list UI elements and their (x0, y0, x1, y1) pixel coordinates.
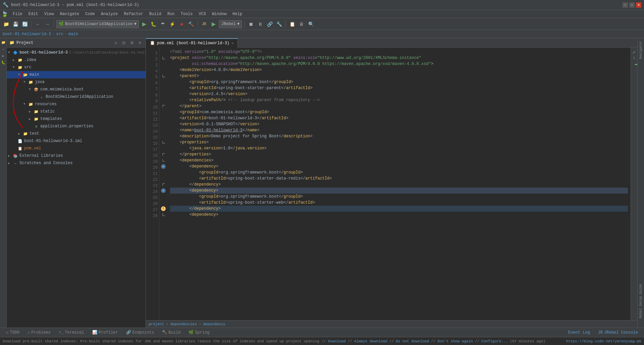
menu-item-refactor[interactable]: Refactor (121, 11, 146, 17)
tab-build[interactable]: 🔨Build (159, 329, 184, 336)
maximize-button[interactable]: □ (629, 2, 635, 8)
forward-button[interactable]: → (43, 20, 51, 28)
notif-download[interactable]: Download (328, 339, 346, 343)
menu-item-edit[interactable]: Edit (26, 11, 41, 17)
tree-item-idea[interactable]: ▶ 📁 .idea (7, 56, 146, 64)
tab-spring[interactable]: 🌿Spring (185, 329, 213, 336)
run-config-dropdown[interactable]: 🌿 Boot01Helloworld3Application ▼ (56, 20, 139, 28)
tab-endpoints[interactable]: 🔗Endpoints (123, 329, 158, 336)
project-close[interactable]: ✕ (137, 40, 143, 46)
tree-item-ext-libs[interactable]: ▶ 📚 External Libraries (7, 152, 146, 159)
code-content[interactable]: <?xml version="1.0" encoding="UTF-8"?> <… (167, 48, 631, 320)
save-button[interactable]: 💾 (11, 20, 19, 28)
gutter-line-20[interactable]: ↩ (159, 163, 167, 169)
build-button[interactable]: 🔨 (187, 20, 195, 28)
debug-side-icon[interactable]: 🐛 (0, 60, 6, 66)
coverage-button[interactable]: ☂ (159, 20, 167, 28)
notif-always[interactable]: Always download (354, 339, 387, 343)
tab-problems[interactable]: ⚠Problems (24, 329, 54, 336)
editor-breadcrumb-project[interactable]: project (149, 322, 164, 326)
search-everywhere[interactable]: 🔍 (307, 20, 315, 28)
tab-pom-xml[interactable]: 📋 pom.xml (boot-01-helloworld-3) ✕ (146, 38, 238, 48)
editor-breadcrumb-dependency[interactable]: dependency (203, 322, 225, 326)
tree-item-root[interactable]: ▼ 🔷 boot-01-helloworld-3 C:\Users\32120\… (7, 49, 146, 56)
tree-item-scratches[interactable]: ▶ ✏ Scratches and Consoles (7, 159, 146, 167)
menu-item-code[interactable]: Code (83, 11, 98, 17)
tree-item-test[interactable]: ▶ 📁 test (7, 130, 146, 137)
tree-item-src[interactable]: ▼ 📁 src (7, 64, 146, 71)
profile-button[interactable]: ⚡ (168, 20, 176, 28)
breadcrumb-item-2[interactable]: src (56, 32, 63, 37)
tab-terminal[interactable]: >_Terminal (55, 330, 88, 336)
breadcrumb-item-3[interactable]: main (68, 32, 78, 37)
tab-jrebel-console[interactable]: JRJRebel Console (595, 330, 641, 336)
menu-item-file[interactable]: File (10, 11, 25, 17)
terminal-button[interactable]: 🖥 (298, 20, 306, 28)
jrebel-remote[interactable]: 🔗 (266, 20, 274, 28)
menu-item-vcs[interactable]: VCS (196, 11, 209, 17)
open-button[interactable]: 📁 (2, 20, 10, 28)
tab-event-log[interactable]: Event Log (565, 330, 593, 336)
breadcrumb-item-1[interactable]: boot-01-helloworld-3 (3, 32, 51, 37)
gutter-line-27-warning[interactable]: ! (159, 206, 167, 212)
tree-item-main-class[interactable]: ▶ ☕ Boot01Helloworld3Application (7, 93, 146, 100)
tree-item-package[interactable]: ▼ 📦 com.meimeixia.boot (7, 86, 146, 93)
tab-profiler[interactable]: 📊Profiler (89, 329, 121, 336)
notif-dont-show[interactable]: Don't show again (437, 339, 473, 343)
run-icon[interactable]: ▶ (0, 53, 6, 59)
code-line-18: </properties> (170, 151, 628, 157)
code-line-20: <dependency> (170, 163, 628, 169)
stop-button[interactable]: ■ (178, 20, 186, 28)
jrebel-run[interactable]: ▶ (210, 20, 218, 28)
menu-item-tools[interactable]: Tools (178, 11, 196, 17)
navigator-tab[interactable]: Navigator (638, 38, 644, 62)
menu-item-run[interactable]: Run (165, 11, 177, 17)
code-line-16: <properties> (170, 139, 628, 145)
code-line-7: <artifactId>spring-boot-starter-parent</… (170, 85, 628, 91)
menu-item-window[interactable]: Window (209, 11, 229, 17)
menu-item-build[interactable]: Build (147, 11, 164, 17)
gutter-line-24[interactable]: ↩ (159, 188, 167, 194)
jrebel-tools[interactable]: 🔧 (275, 20, 283, 28)
back-button[interactable]: ← (34, 20, 42, 28)
jrebel-stop[interactable]: ⏹ (247, 20, 255, 28)
minimize-button[interactable]: ─ (623, 2, 628, 8)
close-button[interactable]: ✕ (636, 2, 641, 8)
project-tree: ▼ 🔷 boot-01-helloworld-3 C:\Users\32120\… (7, 48, 146, 328)
title-text: boot-01-helloworld-3 - pom.xml (boot-01-… (11, 3, 139, 7)
editor-breadcrumb-dependencies[interactable]: dependencies (170, 322, 197, 326)
tree-item-java[interactable]: ▼ 📁 java (7, 78, 146, 86)
menu-item-analyze[interactable]: Analyze (98, 11, 120, 17)
notif-dont[interactable]: Do not download (396, 339, 429, 343)
project-settings[interactable]: ⚙ (129, 40, 135, 46)
tree-item-templates[interactable]: ▶ 📁 templates (7, 115, 146, 123)
tree-item-static[interactable]: ▶ 📁 static (7, 108, 146, 115)
project-view-icon[interactable]: 📁 (0, 40, 6, 46)
rebel-setup-tab[interactable]: Rebel Setup Guide (638, 281, 644, 321)
project-collapse-all[interactable]: ⊟ (121, 40, 127, 46)
tree-item-iml[interactable]: ▶ 📄 boot-01-helloworld-3.iml (7, 137, 146, 145)
editor-breadcrumb: project › dependencies › dependency (146, 320, 637, 328)
tree-item-pom[interactable]: ▶ 📋 pom.xml (7, 145, 146, 152)
menu-item-view[interactable]: View (42, 11, 57, 17)
notif-configure[interactable]: Configure... (481, 339, 508, 343)
jrebel-pause[interactable]: ⏸ (256, 20, 264, 28)
debug-button[interactable]: 🐛 (150, 20, 158, 28)
error-indicator: ✓ (633, 49, 636, 56)
refresh-button[interactable]: 🔄 (21, 20, 29, 28)
code-line-21: <groupId>org.springframework.boot</group… (170, 169, 628, 176)
project-expand-all[interactable]: ≡ (113, 40, 119, 46)
menu-item-help[interactable]: Help (230, 11, 245, 17)
tree-item-app-properties[interactable]: ▶ ⚙ application.properties (7, 123, 146, 130)
tab-close-button[interactable]: ✕ (231, 41, 233, 45)
menu-item-navigate[interactable]: Navigate (57, 11, 82, 17)
vcs-button[interactable]: 📋 (288, 20, 296, 28)
tab-todo[interactable]: ☑TODO (3, 329, 23, 336)
title-controls: ─ □ ✕ (623, 2, 641, 8)
jrebel-dropdown[interactable]: JRebel ▼ (219, 20, 242, 28)
tree-item-resources[interactable]: ▼ 📁 resources (7, 100, 146, 108)
run-button[interactable]: ▶ (140, 20, 148, 28)
jrebel-hot-deploy[interactable]: JR (200, 20, 208, 28)
commit-icon[interactable]: ↗ (0, 46, 6, 52)
tree-item-main[interactable]: ▼ 📂 main (7, 71, 146, 78)
